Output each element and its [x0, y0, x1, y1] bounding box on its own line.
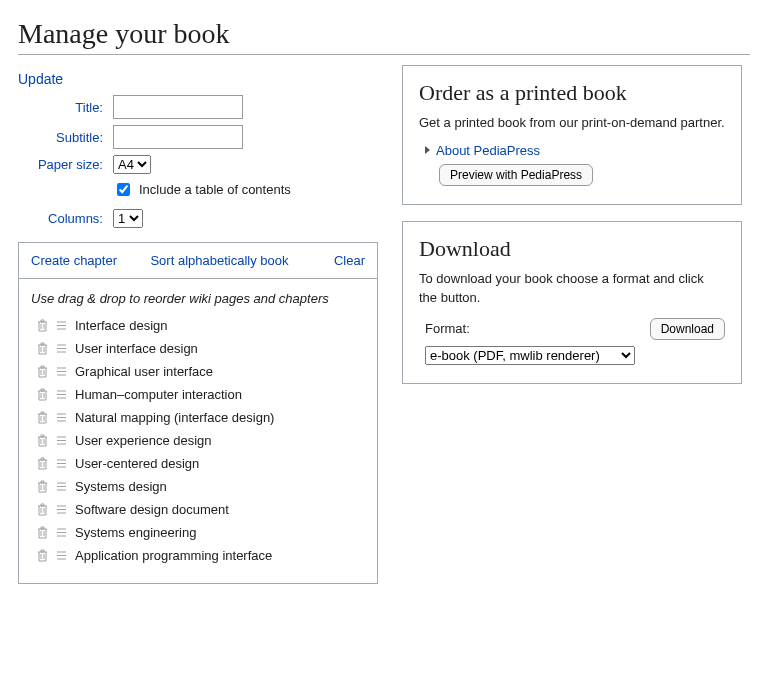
list-item-label: Natural mapping (interface design) [75, 410, 274, 425]
preview-button[interactable]: Preview with PediaPress [439, 164, 593, 186]
download-description: To download your book choose a format an… [419, 270, 725, 308]
subtitle-input[interactable] [113, 125, 243, 149]
list-item-label: Software design document [75, 502, 229, 517]
drag-icon[interactable] [56, 342, 67, 355]
trash-icon[interactable] [37, 434, 48, 447]
drag-icon[interactable] [56, 457, 67, 470]
list-item[interactable]: User experience design [31, 433, 365, 448]
drag-icon[interactable] [56, 365, 67, 378]
trash-icon[interactable] [37, 480, 48, 493]
paper-size-select[interactable]: A4 [113, 155, 151, 174]
list-item-label: Systems engineering [75, 525, 196, 540]
list-item-label: User experience design [75, 433, 212, 448]
download-heading: Download [419, 236, 725, 262]
trash-icon[interactable] [37, 457, 48, 470]
drag-icon[interactable] [56, 319, 67, 332]
actions-bar: Create chapter Sort alphabetically book … [18, 242, 378, 279]
trash-icon[interactable] [37, 365, 48, 378]
drag-icon[interactable] [56, 549, 67, 562]
page-title: Manage your book [18, 18, 750, 55]
columns-label: Columns: [18, 211, 113, 226]
trash-icon[interactable] [37, 503, 48, 516]
title-input[interactable] [113, 95, 243, 119]
drag-icon[interactable] [56, 434, 67, 447]
drag-icon[interactable] [56, 411, 67, 424]
download-button[interactable]: Download [650, 318, 725, 340]
list-item[interactable]: Graphical user interface [31, 364, 365, 379]
download-panel: Download To download your book choose a … [402, 221, 742, 384]
list-item-label: Interface design [75, 318, 168, 333]
list-item[interactable]: Software design document [31, 502, 365, 517]
trash-icon[interactable] [37, 411, 48, 424]
format-select[interactable]: e-book (PDF, mwlib renderer) [425, 346, 635, 365]
sort-alpha-link[interactable]: Sort alphabetically book [150, 253, 300, 268]
drag-icon[interactable] [56, 503, 67, 516]
paper-size-label: Paper size: [18, 157, 113, 172]
trash-icon[interactable] [37, 526, 48, 539]
list-item[interactable]: Systems design [31, 479, 365, 494]
drag-hint: Use drag & drop to reorder wiki pages an… [31, 291, 365, 306]
list-item-label: Human–computer interaction [75, 387, 242, 402]
trash-icon[interactable] [37, 388, 48, 401]
subtitle-label: Subtitle: [18, 130, 113, 145]
list-item[interactable]: User-centered design [31, 456, 365, 471]
list-item[interactable]: Systems engineering [31, 525, 365, 540]
columns-select[interactable]: 1 [113, 209, 143, 228]
trash-icon[interactable] [37, 342, 48, 355]
expand-icon[interactable] [425, 146, 430, 154]
list-item-label: Systems design [75, 479, 167, 494]
list-item[interactable]: Application programming interface [31, 548, 365, 563]
trash-icon[interactable] [37, 549, 48, 562]
toc-checkbox[interactable] [117, 183, 130, 196]
list-item-label: User-centered design [75, 456, 199, 471]
order-description: Get a printed book from our print-on-dem… [419, 114, 725, 133]
list-item-label: User interface design [75, 341, 198, 356]
drag-icon[interactable] [56, 480, 67, 493]
format-label: Format: [425, 321, 470, 336]
order-panel: Order as a printed book Get a printed bo… [402, 65, 742, 205]
pages-list: Use drag & drop to reorder wiki pages an… [18, 279, 378, 584]
list-item-label: Graphical user interface [75, 364, 213, 379]
list-item-label: Application programming interface [75, 548, 272, 563]
list-item[interactable]: User interface design [31, 341, 365, 356]
list-item[interactable]: Human–computer interaction [31, 387, 365, 402]
drag-icon[interactable] [56, 526, 67, 539]
about-pediapress-link[interactable]: About PediaPress [436, 143, 540, 158]
order-heading: Order as a printed book [419, 80, 725, 106]
list-item[interactable]: Interface design [31, 318, 365, 333]
create-chapter-link[interactable]: Create chapter [31, 253, 117, 268]
title-label: Title: [18, 100, 113, 115]
list-item[interactable]: Natural mapping (interface design) [31, 410, 365, 425]
clear-link[interactable]: Clear [334, 253, 365, 268]
toc-label: Include a table of contents [139, 182, 291, 197]
drag-icon[interactable] [56, 388, 67, 401]
trash-icon[interactable] [37, 319, 48, 332]
update-heading: Update [18, 71, 378, 87]
